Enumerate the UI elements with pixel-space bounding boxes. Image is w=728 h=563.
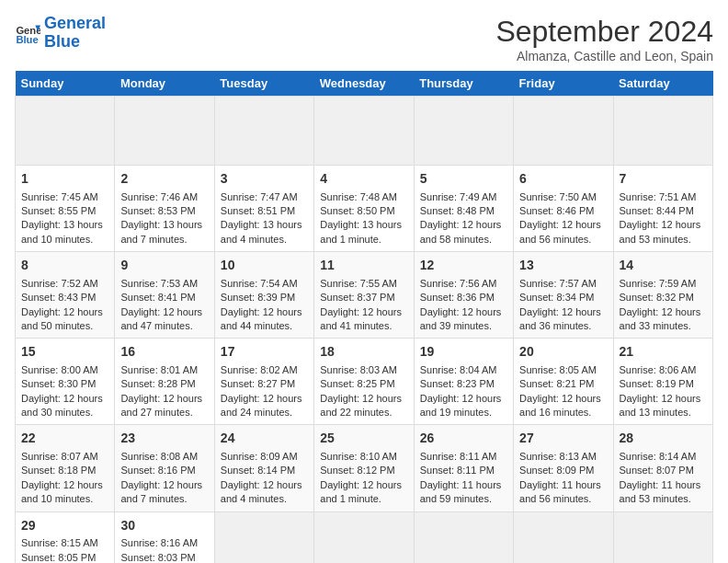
day-number: 30 xyxy=(120,517,208,535)
calendar-cell xyxy=(514,97,613,166)
day-info: Sunset: 8:43 PM xyxy=(21,291,108,304)
calendar-cell: 22Sunrise: 8:07 AMSunset: 8:18 PMDayligh… xyxy=(16,425,115,511)
day-info: Sunset: 8:50 PM xyxy=(320,204,407,218)
day-info: Daylight: 12 hours and 41 minutes. xyxy=(320,305,407,334)
calendar-cell: 20Sunrise: 8:05 AMSunset: 8:21 PMDayligh… xyxy=(514,339,613,425)
day-info: Sunset: 8:55 PM xyxy=(21,204,108,218)
day-info: Sunrise: 7:59 AM xyxy=(620,277,707,291)
day-info: Sunrise: 8:13 AM xyxy=(519,450,607,464)
day-info: Daylight: 12 hours and 53 minutes. xyxy=(620,218,707,247)
calendar-cell: 11Sunrise: 7:55 AMSunset: 8:37 PMDayligh… xyxy=(314,252,414,339)
day-number: 28 xyxy=(620,430,707,448)
calendar-cell xyxy=(414,97,513,166)
calendar-cell: 26Sunrise: 8:11 AMSunset: 8:11 PMDayligh… xyxy=(414,425,513,511)
weekday-header-friday: Friday xyxy=(514,71,613,97)
day-number: 15 xyxy=(21,343,108,362)
calendar-cell xyxy=(214,97,313,166)
calendar-cell: 2Sunrise: 7:46 AMSunset: 8:53 PMDaylight… xyxy=(115,166,214,252)
calendar-cell: 4Sunrise: 7:48 AMSunset: 8:50 PMDaylight… xyxy=(314,166,414,252)
day-number: 4 xyxy=(320,170,407,189)
calendar-cell: 28Sunrise: 8:14 AMSunset: 8:07 PMDayligh… xyxy=(613,425,712,511)
day-info: Sunrise: 7:53 AM xyxy=(120,277,208,291)
day-info: Sunrise: 7:49 AM xyxy=(420,190,507,204)
calendar-cell: 16Sunrise: 8:01 AMSunset: 8:28 PMDayligh… xyxy=(115,339,214,425)
day-info: Sunrise: 8:11 AM xyxy=(420,450,507,464)
day-info: Daylight: 12 hours and 4 minutes. xyxy=(221,478,308,507)
day-info: Daylight: 12 hours and 19 minutes. xyxy=(420,392,507,420)
day-info: Sunset: 8:53 PM xyxy=(120,204,208,218)
day-info: Daylight: 12 hours and 22 minutes. xyxy=(320,392,407,420)
day-info: Daylight: 11 hours and 59 minutes. xyxy=(420,478,507,507)
week-row-1 xyxy=(16,97,713,166)
weekday-header-sunday: Sunday xyxy=(16,71,115,97)
day-number: 16 xyxy=(120,343,208,362)
day-info: Sunrise: 8:14 AM xyxy=(620,450,707,464)
day-info: Daylight: 12 hours and 24 minutes. xyxy=(221,392,308,420)
day-number: 26 xyxy=(420,430,507,448)
day-info: Sunrise: 8:08 AM xyxy=(120,450,208,464)
day-info: Sunset: 8:48 PM xyxy=(420,204,507,218)
day-number: 11 xyxy=(320,257,407,275)
day-info: Daylight: 13 hours and 1 minute. xyxy=(320,218,407,247)
day-info: Sunrise: 8:15 AM xyxy=(21,536,108,550)
day-info: Sunset: 8:39 PM xyxy=(221,291,308,304)
calendar-cell xyxy=(414,511,513,563)
calendar-cell: 13Sunrise: 7:57 AMSunset: 8:34 PMDayligh… xyxy=(514,252,613,339)
day-info: Sunset: 8:18 PM xyxy=(21,464,108,477)
week-row-6: 29Sunrise: 8:15 AMSunset: 8:05 PMDayligh… xyxy=(16,511,713,563)
day-number: 6 xyxy=(519,170,607,189)
day-number: 2 xyxy=(120,170,208,189)
day-info: Sunrise: 8:06 AM xyxy=(620,363,707,377)
calendar-cell: 15Sunrise: 8:00 AMSunset: 8:30 PMDayligh… xyxy=(16,339,115,425)
day-number: 27 xyxy=(519,430,607,448)
day-info: Sunset: 8:09 PM xyxy=(519,464,607,477)
day-number: 13 xyxy=(519,257,607,275)
calendar-cell: 30Sunrise: 8:16 AMSunset: 8:03 PMDayligh… xyxy=(115,511,214,563)
day-info: Daylight: 12 hours and 47 minutes. xyxy=(120,305,208,334)
calendar-cell xyxy=(314,511,414,563)
day-info: Sunrise: 8:02 AM xyxy=(221,363,308,377)
calendar-cell: 8Sunrise: 7:52 AMSunset: 8:43 PMDaylight… xyxy=(16,252,115,339)
weekday-header-monday: Monday xyxy=(115,71,214,97)
calendar-cell: 12Sunrise: 7:56 AMSunset: 8:36 PMDayligh… xyxy=(414,252,513,339)
day-info: Sunrise: 7:52 AM xyxy=(21,277,108,291)
day-info: Sunset: 8:11 PM xyxy=(420,464,507,477)
day-info: Sunset: 8:12 PM xyxy=(320,464,407,477)
calendar-cell: 5Sunrise: 7:49 AMSunset: 8:48 PMDaylight… xyxy=(414,166,513,252)
day-info: Daylight: 12 hours and 39 minutes. xyxy=(420,305,507,334)
day-info: Daylight: 12 hours and 44 minutes. xyxy=(221,305,308,334)
week-row-4: 15Sunrise: 8:00 AMSunset: 8:30 PMDayligh… xyxy=(16,339,713,425)
day-info: Sunrise: 8:04 AM xyxy=(420,363,507,377)
calendar-cell: 9Sunrise: 7:53 AMSunset: 8:41 PMDaylight… xyxy=(115,252,214,339)
day-info: Daylight: 12 hours and 33 minutes. xyxy=(620,305,707,334)
day-info: Sunset: 8:41 PM xyxy=(120,291,208,304)
day-number: 8 xyxy=(21,257,108,275)
day-info: Sunset: 8:34 PM xyxy=(519,291,607,304)
day-number: 23 xyxy=(120,430,208,448)
day-info: Daylight: 12 hours and 7 minutes. xyxy=(120,478,208,507)
day-info: Sunrise: 7:56 AM xyxy=(420,277,507,291)
day-info: Sunrise: 8:10 AM xyxy=(320,450,407,464)
day-info: Sunset: 8:28 PM xyxy=(120,377,208,391)
day-info: Sunset: 8:21 PM xyxy=(519,377,607,391)
calendar-cell: 3Sunrise: 7:47 AMSunset: 8:51 PMDaylight… xyxy=(214,166,313,252)
day-info: Daylight: 11 hours and 56 minutes. xyxy=(519,478,607,507)
day-info: Sunrise: 7:57 AM xyxy=(519,277,607,291)
day-info: Sunset: 8:30 PM xyxy=(21,377,108,391)
day-info: Sunrise: 8:07 AM xyxy=(21,450,108,464)
day-number: 17 xyxy=(221,343,308,362)
weekday-header-thursday: Thursday xyxy=(414,71,513,97)
calendar-cell: 27Sunrise: 8:13 AMSunset: 8:09 PMDayligh… xyxy=(514,425,613,511)
day-number: 12 xyxy=(420,257,507,275)
weekday-header-row: SundayMondayTuesdayWednesdayThursdayFrid… xyxy=(16,71,713,97)
day-number: 24 xyxy=(221,430,308,448)
calendar-cell xyxy=(314,97,414,166)
day-info: Sunrise: 8:05 AM xyxy=(519,363,607,377)
calendar-cell xyxy=(214,511,313,563)
day-info: Sunrise: 8:16 AM xyxy=(120,536,208,550)
day-info: Daylight: 12 hours and 50 minutes. xyxy=(21,305,108,334)
day-info: Sunrise: 8:09 AM xyxy=(221,450,308,464)
svg-text:Blue: Blue xyxy=(16,34,38,45)
day-number: 25 xyxy=(320,430,407,448)
day-number: 18 xyxy=(320,343,407,362)
